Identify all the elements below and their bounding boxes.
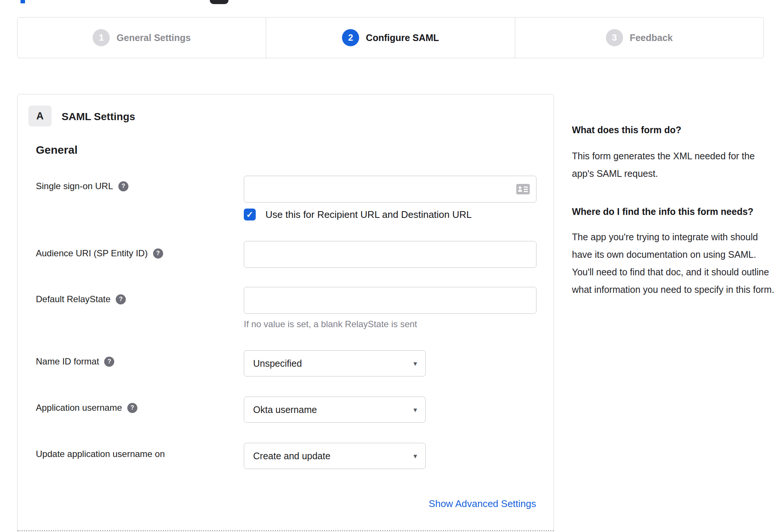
app-username-label: Application username [36, 403, 122, 413]
relaystate-input[interactable] [244, 287, 536, 314]
section-a-badge: A [28, 106, 52, 126]
step-number-badge: 2 [342, 29, 359, 46]
relaystate-label-row: Default RelayState ? [36, 294, 126, 304]
step-number-badge: 3 [606, 29, 623, 46]
app-username-label-row: Application username ? [36, 403, 137, 413]
recipient-url-checkbox-row: ✓ Use this for Recipient URL and Destina… [244, 209, 472, 220]
step-configure-saml: 2 Configure SAML [266, 18, 514, 58]
nameid-format-value: Unspecified [253, 358, 302, 369]
update-username-select[interactable]: Create and update ▾ [244, 443, 426, 469]
audience-uri-label: Audience URI (SP Entity ID) [36, 248, 148, 259]
clipped-title-fragment-blue [21, 0, 25, 3]
show-advanced-settings-link[interactable]: Show Advanced Settings [429, 498, 536, 510]
audience-uri-input[interactable] [244, 241, 536, 268]
section-dotted-divider [18, 530, 554, 531]
relaystate-label: Default RelayState [36, 294, 111, 304]
contact-card-icon[interactable] [516, 184, 530, 194]
update-username-label-row: Update application username on [36, 449, 165, 459]
sso-url-label: Single sign-on URL [36, 181, 113, 191]
recipient-url-checkbox[interactable]: ✓ [244, 209, 256, 220]
step-feedback: 3 Feedback [515, 18, 763, 58]
audience-uri-input-wrap [244, 241, 536, 268]
nameid-format-label: Name ID format [36, 356, 99, 367]
chevron-down-icon: ▾ [413, 452, 417, 460]
sso-url-input-wrap [244, 176, 536, 203]
relaystate-input-wrap [244, 287, 536, 314]
chevron-down-icon: ▾ [413, 359, 417, 368]
wizard-stepper: 1 General Settings 2 Configure SAML 3 Fe… [17, 17, 764, 58]
clipped-title-fragment-dark [210, 0, 228, 4]
sidebar-body-what: This form generates the XML needed for t… [572, 147, 777, 182]
sidebar-body-where: The app you're trying to integrate with … [572, 228, 777, 298]
step-general-settings: 1 General Settings [18, 18, 266, 58]
sso-url-input[interactable] [244, 176, 536, 203]
step-number-badge: 1 [93, 29, 110, 46]
update-username-label: Update application username on [36, 449, 165, 459]
help-icon[interactable]: ? [153, 248, 163, 259]
sidebar-heading-where: Where do I find the info this form needs… [572, 203, 777, 220]
update-username-value: Create and update [253, 451, 330, 461]
step-label: Feedback [630, 32, 673, 43]
nameid-format-select[interactable]: Unspecified ▾ [244, 350, 426, 376]
app-username-value: Okta username [253, 404, 317, 415]
step-label: Configure SAML [366, 32, 439, 43]
help-icon[interactable]: ? [104, 357, 114, 367]
help-sidebar: What does this form do? This form genera… [572, 122, 777, 298]
sidebar-heading-what: What does this form do? [572, 122, 777, 138]
audience-uri-label-row: Audience URI (SP Entity ID) ? [36, 248, 163, 259]
saml-settings-panel: A SAML Settings General Single sign-on U… [17, 94, 554, 532]
relaystate-helper-text: If no value is set, a blank RelayState i… [244, 319, 417, 329]
help-icon[interactable]: ? [127, 403, 137, 413]
help-icon[interactable]: ? [118, 181, 128, 191]
nameid-format-label-row: Name ID format ? [36, 356, 114, 367]
panel-title: SAML Settings [62, 111, 135, 123]
group-title-general: General [36, 144, 78, 156]
recipient-url-checkbox-label: Use this for Recipient URL and Destinati… [265, 209, 472, 220]
chevron-down-icon: ▾ [413, 406, 417, 414]
app-username-select[interactable]: Okta username ▾ [244, 397, 426, 423]
sso-url-label-row: Single sign-on URL ? [36, 181, 128, 191]
help-icon[interactable]: ? [116, 294, 126, 304]
step-label: General Settings [116, 32, 191, 43]
